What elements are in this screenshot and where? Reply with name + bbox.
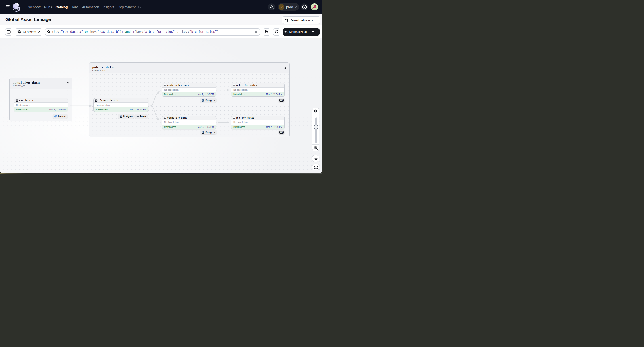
svg-text:CSV: CSV (280, 100, 283, 101)
svg-text:CSV: CSV (280, 131, 283, 133)
